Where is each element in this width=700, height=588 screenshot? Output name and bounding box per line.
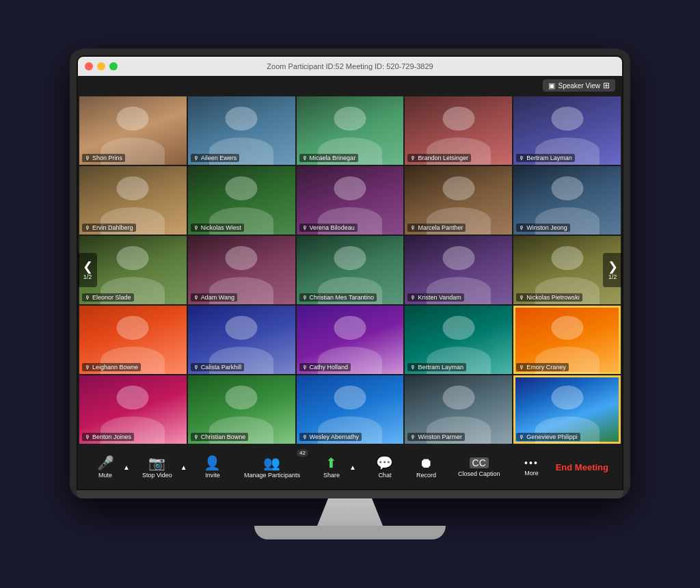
video-cell[interactable]: 🎙Shon Prins xyxy=(79,96,187,165)
invite-button[interactable]: 👤 Invite xyxy=(199,453,226,481)
participant-name: 🎙Bertram Layman xyxy=(516,154,575,162)
participant-name: 🎙Nickolas Pietrowski xyxy=(516,293,582,302)
participant-mic-icon: 🎙 xyxy=(85,155,90,161)
nav-arrow-left[interactable]: ❮ 1/2 xyxy=(78,253,97,287)
participant-name-text: Leighann Bowne xyxy=(92,364,138,371)
participant-mic-icon: 🎙 xyxy=(410,295,416,301)
participant-name-text: Marcela Panther xyxy=(418,224,463,231)
participant-name-text: Emory Craney xyxy=(526,364,566,371)
record-button[interactable]: ⏺ Record xyxy=(412,453,440,481)
video-cell[interactable]: 🎙Micaela Brinegar xyxy=(297,96,404,165)
traffic-lights xyxy=(85,62,118,70)
video-cell[interactable]: 🎙Aileen Ewers xyxy=(188,96,295,165)
participant-mic-icon: 🎙 xyxy=(193,155,199,161)
participant-mic-icon: 🎙 xyxy=(519,364,524,371)
participant-name: 🎙Adam Wang xyxy=(191,293,237,302)
video-cell[interactable]: 🎙Nickolas Wiest xyxy=(188,166,295,235)
top-bar: ▣ Speaker View ⊞ xyxy=(78,76,622,95)
speaker-view-btn[interactable]: ▣ Speaker View ⊞ xyxy=(543,79,615,92)
manage-participants-button[interactable]: 👥 42 Manage Participants xyxy=(240,453,304,481)
participant-name: 🎙Genevieve Philippi xyxy=(516,433,580,441)
video-caret[interactable]: ▲ xyxy=(179,464,189,471)
nav-arrow-right[interactable]: ❯ 1/2 xyxy=(603,253,622,287)
window-title: Zoom Participant ID:52 Meeting ID: 520-7… xyxy=(267,62,433,70)
grid-toggle-icon: ⊞ xyxy=(603,81,610,90)
participant-name: 🎙Winston Parmer xyxy=(407,433,465,441)
video-cell[interactable]: 🎙Calista Parkhill xyxy=(188,306,295,374)
end-meeting-button[interactable]: End Meeting xyxy=(556,462,608,472)
participant-name-text: Adam Wang xyxy=(201,294,234,301)
participant-name: 🎙Leighann Bowne xyxy=(82,363,141,371)
stop-video-label: Stop Video xyxy=(142,472,172,479)
participant-mic-icon: 🎙 xyxy=(302,364,308,371)
participant-name: 🎙Aileen Ewers xyxy=(191,154,240,162)
record-label: Record xyxy=(416,472,436,479)
participant-mic-icon: 🎙 xyxy=(302,295,308,301)
mute-button[interactable]: 🎤 Mute xyxy=(92,453,119,481)
chat-button[interactable]: 💬 Chat xyxy=(371,453,399,481)
participants-icon: 👥 xyxy=(263,456,280,470)
participant-mic-icon: 🎙 xyxy=(410,434,416,440)
share-icon: ⬆ xyxy=(325,456,337,470)
share-caret[interactable]: ▲ xyxy=(348,464,358,471)
participant-name-text: Cathy Holland xyxy=(310,364,349,371)
video-cell[interactable]: 🎙Christian Mes Tarantino xyxy=(297,236,404,304)
participant-name-text: Ervin Dahlberg xyxy=(92,224,133,231)
stop-video-button[interactable]: 📷 Stop Video xyxy=(138,453,176,481)
share-button[interactable]: ⬆ Share xyxy=(318,453,345,481)
video-cell[interactable]: 🎙Genevieve Philippi xyxy=(513,375,621,444)
title-bar: Zoom Participant ID:52 Meeting ID: 520-7… xyxy=(78,57,622,76)
participant-mic-icon: 🎙 xyxy=(193,364,199,371)
speaker-view-label: Speaker View xyxy=(558,82,600,90)
manage-participants-label: Manage Participants xyxy=(244,472,300,479)
video-cell[interactable]: 🎙Verena Bilodeau xyxy=(297,166,404,235)
video-cell[interactable]: 🎙Winston Jeong xyxy=(513,166,621,235)
video-cell[interactable]: 🎙Benton Joines xyxy=(79,375,187,444)
minimize-button[interactable] xyxy=(97,62,105,70)
monitor-outer: Zoom Participant ID:52 Meeting ID: 520-7… xyxy=(70,49,630,498)
toolbar: 🎤 Mute ▲ 📷 Stop Video ▲ 👤 Invite xyxy=(78,445,622,489)
left-page-num: 1/2 xyxy=(83,274,92,280)
chat-label: Chat xyxy=(378,472,391,479)
participant-name: 🎙Brandon Letsinger xyxy=(407,154,471,162)
video-cell[interactable]: 🎙Wesley Abernathy xyxy=(297,375,404,444)
video-cell[interactable]: 🎙Leighann Bowne xyxy=(79,306,187,374)
maximize-button[interactable] xyxy=(109,62,118,70)
participant-mic-icon: 🎙 xyxy=(519,295,524,301)
video-cell[interactable]: 🎙Ervin Dahlberg xyxy=(79,166,187,235)
participant-name-text: Calista Parkhill xyxy=(201,364,242,371)
video-cell[interactable]: 🎙Emory Craney xyxy=(513,306,621,374)
video-cell[interactable]: 🎙Bertram Layman xyxy=(513,96,621,165)
more-button[interactable]: ••• More xyxy=(517,455,545,479)
more-icon: ••• xyxy=(524,458,539,468)
closed-caption-button[interactable]: CC Closed Caption xyxy=(454,455,504,480)
participant-name-text: Winston Jeong xyxy=(526,224,567,231)
participant-mic-icon: 🎙 xyxy=(410,155,416,161)
participant-mic-icon: 🎙 xyxy=(302,225,308,231)
participant-name-text: Bertram Layman xyxy=(526,155,572,161)
close-button[interactable] xyxy=(85,62,93,70)
participant-mic-icon: 🎙 xyxy=(519,225,524,231)
participant-name-text: Bertram Layman xyxy=(418,364,463,371)
participant-name-text: Genevieve Philippi xyxy=(526,433,578,440)
video-cell[interactable]: 🎙Adam Wang xyxy=(188,236,295,304)
video-cell[interactable]: 🎙Winston Parmer xyxy=(405,375,512,444)
participant-name-text: Christian Mes Tarantino xyxy=(310,294,374,301)
video-cell[interactable]: 🎙Brandon Letsinger xyxy=(405,96,512,165)
mute-caret[interactable]: ▲ xyxy=(122,464,131,471)
video-cell[interactable]: 🎙Cathy Holland xyxy=(297,306,404,374)
participant-name-text: Winston Parmer xyxy=(418,433,462,440)
toolbar-left: 🎤 Mute ▲ 📷 Stop Video ▲ xyxy=(92,453,189,481)
participant-name-text: Verena Bilodeau xyxy=(310,224,355,231)
participant-name: 🎙Bertram Layman xyxy=(407,363,466,371)
video-cell[interactable]: 🎙Marcela Panther xyxy=(405,166,512,235)
participant-name-text: Brandon Letsinger xyxy=(418,155,468,161)
video-cell[interactable]: 🎙Bertram Layman xyxy=(405,306,512,374)
participant-name-text: Eleonor Slade xyxy=(92,294,131,301)
participant-name: 🎙Micaela Brinegar xyxy=(299,154,359,162)
video-cell[interactable]: 🎙Kristen Vandam xyxy=(405,236,512,304)
video-cell[interactable]: 🎙Christian Bowne xyxy=(188,375,295,444)
participant-name: 🎙Emory Craney xyxy=(516,363,569,371)
mic-icon: 🎤 xyxy=(97,456,114,470)
right-page-num: 1/2 xyxy=(608,274,617,280)
